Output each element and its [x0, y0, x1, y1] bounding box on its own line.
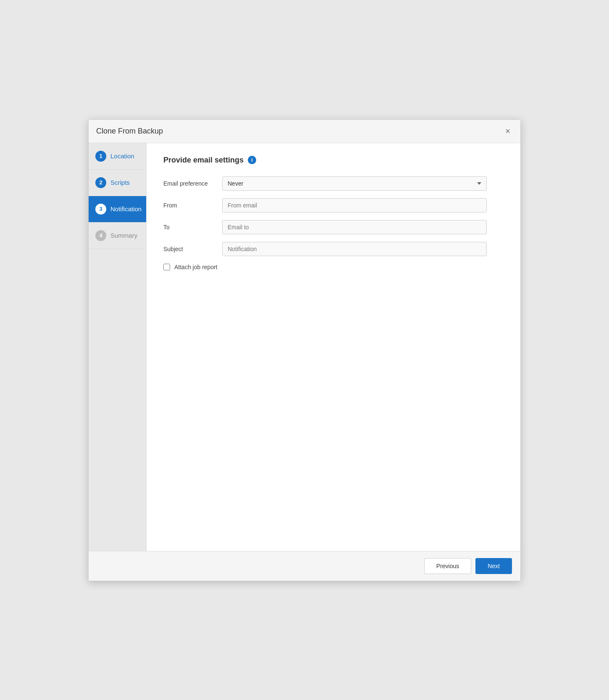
sidebar-item-label-notification: Notification	[110, 205, 142, 212]
clone-from-backup-dialog: Clone From Backup × 1 Location 2 Scripts…	[88, 119, 521, 581]
attach-job-report-checkbox[interactable]	[163, 264, 170, 270]
from-row: From	[163, 198, 504, 212]
section-title: Provide email settings i	[163, 156, 504, 165]
sidebar-item-label-scripts: Scripts	[110, 179, 130, 186]
email-preference-label: Email preference	[163, 180, 222, 187]
step-badge-2: 2	[95, 177, 106, 188]
sidebar-item-scripts[interactable]: 2 Scripts	[89, 170, 146, 196]
sidebar: 1 Location 2 Scripts 3 Notification 4 Su…	[89, 143, 147, 551]
step-badge-3: 3	[95, 204, 106, 215]
sidebar-item-location[interactable]: 1 Location	[89, 143, 146, 170]
step-badge-1: 1	[95, 151, 106, 162]
subject-input[interactable]	[222, 242, 487, 256]
dialog-header: Clone From Backup ×	[89, 120, 520, 143]
previous-button[interactable]: Previous	[424, 558, 471, 574]
from-label: From	[163, 202, 222, 209]
sidebar-item-label-summary: Summary	[110, 232, 137, 239]
main-content: Provide email settings i Email preferenc…	[147, 143, 520, 551]
to-label: To	[163, 224, 222, 231]
close-button[interactable]: ×	[503, 126, 513, 137]
sidebar-item-summary[interactable]: 4 Summary	[89, 223, 146, 249]
email-preference-select[interactable]: Never Always On Failure On Success	[222, 176, 487, 191]
email-preference-row: Email preference Never Always On Failure…	[163, 176, 504, 191]
dialog-footer: Previous Next	[89, 551, 520, 581]
next-button[interactable]: Next	[475, 558, 512, 574]
sidebar-item-label-location: Location	[110, 152, 134, 160]
to-input[interactable]	[222, 220, 487, 234]
attach-job-report-row: Attach job report	[163, 264, 504, 270]
step-badge-4: 4	[95, 230, 106, 241]
dialog-body: 1 Location 2 Scripts 3 Notification 4 Su…	[89, 143, 520, 551]
info-icon[interactable]: i	[248, 156, 256, 164]
from-input[interactable]	[222, 198, 487, 212]
attach-job-report-label[interactable]: Attach job report	[174, 264, 218, 270]
to-row: To	[163, 220, 504, 234]
sidebar-item-notification[interactable]: 3 Notification	[89, 196, 146, 223]
dialog-title: Clone From Backup	[96, 127, 163, 136]
subject-row: Subject	[163, 242, 504, 256]
subject-label: Subject	[163, 246, 222, 252]
